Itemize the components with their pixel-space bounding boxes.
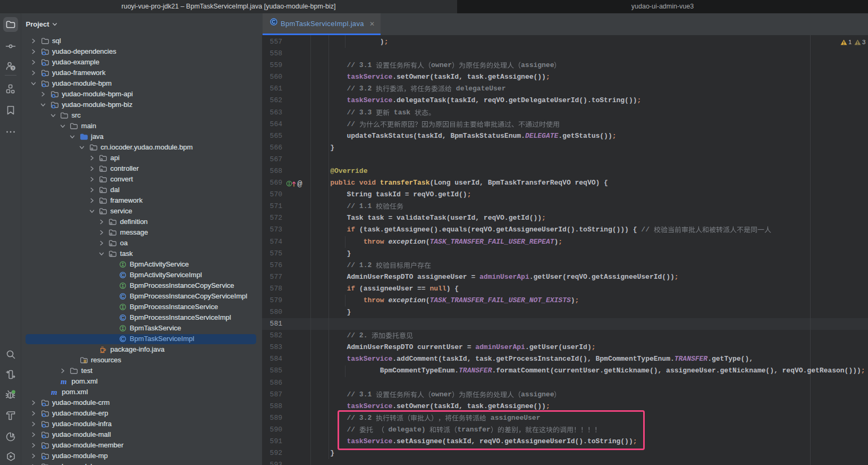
svg-text:?: ? — [12, 66, 14, 71]
